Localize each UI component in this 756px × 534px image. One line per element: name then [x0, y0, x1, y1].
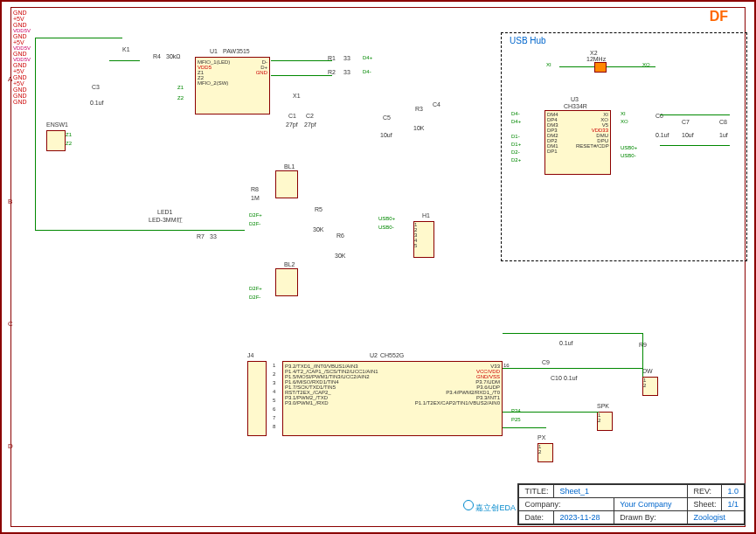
- wire: [271, 60, 332, 61]
- sheet-val: 1/1: [722, 498, 745, 511]
- u2-pin: P1.1/T2EX/CAP2/TIN1/VBUS2/AIN0: [405, 400, 500, 406]
- company-val: Your Company: [614, 498, 688, 511]
- wire: [503, 412, 599, 413]
- z1-sig2: Z1: [177, 85, 184, 90]
- z2-sig: Z2: [66, 141, 72, 146]
- ensw1-ref: ENSW1: [46, 121, 68, 128]
- wire: [559, 66, 655, 67]
- sheet-lbl: Sheet:: [688, 498, 722, 511]
- u3-sig: USB0-: [621, 153, 636, 158]
- c8-val: 1uf: [719, 132, 728, 138]
- eda-brand: 嘉立创EDA: [463, 500, 516, 514]
- usb-hub-label: USB Hub: [510, 36, 546, 45]
- h1-pin: 5: [414, 243, 433, 248]
- z2-sig2: Z2: [177, 95, 184, 101]
- wire: [35, 230, 245, 231]
- wire: [503, 427, 546, 428]
- row-d: D: [8, 442, 13, 450]
- led1-ref: LED1: [157, 209, 173, 215]
- u2-num: 3: [273, 380, 275, 385]
- r5-ref: R5: [315, 206, 323, 212]
- bl2-ref: BL2: [284, 261, 295, 267]
- u2-ref: U2: [370, 352, 378, 358]
- r1-val: 33: [343, 55, 350, 61]
- px-body: 1 2: [538, 443, 553, 462]
- company-lbl: Company:: [519, 498, 614, 511]
- wire: [660, 145, 730, 146]
- c2-ref: C2: [306, 113, 314, 119]
- u1-body: MFIO_1(LED) VDD5 Z1 Z2 MFIO_2(SW) D- D+ …: [195, 57, 270, 114]
- u3-sig: XI: [621, 111, 626, 116]
- u1-ref: U1: [210, 48, 218, 54]
- bl2-body: [275, 268, 298, 296]
- r2-val: 33: [343, 69, 350, 75]
- u2-num: 1: [273, 363, 275, 368]
- p24-sig: P24: [511, 408, 521, 413]
- ensw1-body: [46, 130, 66, 151]
- wire: [503, 368, 642, 369]
- u3-sig: D2-: [511, 149, 520, 155]
- dw-body: 1 2: [642, 377, 658, 396]
- drawn-val: Zoologist: [688, 511, 745, 524]
- dw-ref: DW: [642, 368, 653, 374]
- r4-val: 30kΩ: [166, 53, 181, 59]
- c4-ref: C4: [433, 101, 440, 107]
- title-lbl: TITLE:: [519, 485, 554, 498]
- gnd-u3: GND: [13, 10, 743, 16]
- x2-val: 12MHz: [586, 56, 606, 62]
- cloud-icon: [463, 500, 474, 510]
- d2fp-sig: D2F+: [249, 212, 262, 218]
- u3-sig: D4+: [511, 119, 521, 124]
- title-block: TITLE: Sheet_1 REV: 1.0 Company: Your Co…: [517, 483, 746, 525]
- usb0m-h1: USB0-: [378, 225, 394, 230]
- r7-val: 33: [210, 233, 217, 239]
- u2-num: 5: [273, 398, 275, 403]
- c6-val: 0.1uf: [655, 132, 669, 138]
- x2-ref: X2: [590, 50, 598, 56]
- rev-val: 1.0: [722, 485, 745, 498]
- spk-body: 1 2: [597, 412, 613, 431]
- u2-num: 6: [273, 406, 275, 412]
- u1-pin: MFIO_2(SW): [198, 80, 238, 86]
- row-a: A: [8, 75, 12, 83]
- v5-u3: +5V: [13, 16, 743, 22]
- c9-ref: C9: [542, 359, 550, 365]
- r7-ref: R7: [197, 233, 205, 239]
- dw-pin: 2: [643, 383, 657, 388]
- bl1-ref: BL1: [284, 163, 295, 170]
- eda-text: 嘉立创EDA: [475, 503, 516, 512]
- u2-num: 2: [273, 371, 275, 377]
- k1-ref: K1: [122, 46, 130, 52]
- c3-ref: C3: [92, 84, 100, 90]
- gnd-lbl: GND: [13, 22, 743, 28]
- h1-ref: H1: [422, 212, 430, 218]
- c5-ref: C5: [383, 114, 391, 121]
- crystal-x2: [594, 62, 607, 73]
- r5-val: 30K: [313, 226, 323, 232]
- u3-body: DM4 DP4 DM3 DP3 DM2 DP2 DM1 DP1 XI XO V5…: [544, 110, 611, 175]
- rev-lbl: REV:: [688, 485, 722, 498]
- u3-sig: XO: [621, 119, 628, 124]
- c7-ref: C7: [682, 119, 690, 125]
- r2-ref: R2: [328, 69, 336, 75]
- r3-val: 10K: [413, 125, 424, 131]
- canvas: A B C D USB Hub X2 12MHz XI XO U3 CH334R…: [13, 10, 743, 524]
- px-pin: 2: [538, 449, 552, 454]
- z1-sig: Z1: [66, 132, 72, 137]
- u1-pin: GND: [241, 70, 267, 75]
- wire: [642, 333, 643, 377]
- sheet-border: A B C D USB Hub X2 12MHz XI XO U3 CH334R…: [10, 7, 746, 527]
- u3-ref: U3: [571, 96, 579, 102]
- j4-ref: J4: [247, 352, 253, 358]
- x1-ref: X1: [293, 93, 301, 99]
- d2fm-sig: D2F-: [249, 221, 260, 226]
- c1-ref: C1: [288, 113, 296, 119]
- r6-ref: R6: [336, 232, 344, 239]
- u2-num: 8: [273, 424, 275, 429]
- c10-ref: C10: [551, 375, 562, 381]
- wire: [35, 38, 36, 230]
- bl1-body: [275, 170, 298, 198]
- x2-sig-xi: XI: [546, 62, 551, 67]
- c7-val: 10uf: [682, 132, 694, 138]
- p25-sig: P25: [511, 417, 521, 422]
